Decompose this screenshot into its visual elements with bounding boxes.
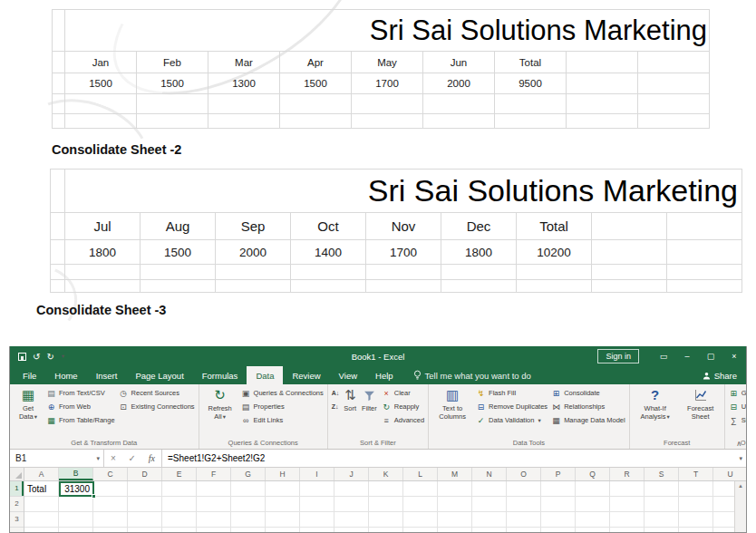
advanced-filter-button[interactable]: ≡Advanced [380,414,426,426]
reapply-button[interactable]: ↻Reapply [380,401,426,412]
from-text-csv-button[interactable]: ▤From Text/CSV [44,387,117,399]
column-header[interactable]: R [610,468,645,480]
formula-bar-expand-icon[interactable]: ▾ [739,450,742,467]
group-button[interactable]: ⊞Group▾ [727,387,746,399]
cell-B1-selected[interactable]: 31300 [59,481,94,497]
edit-links-button[interactable]: ∞Edit Links [239,414,325,426]
text-to-columns-button[interactable]: ▥ Text to Columns [431,385,474,421]
relationships-button[interactable]: ⋈Relationships [549,401,627,412]
minimize-icon[interactable]: – [675,346,699,366]
column-header[interactable]: M [438,468,472,480]
column-header[interactable]: P [541,468,576,480]
flash-fill-button[interactable]: ↯Flash Fill [474,387,549,399]
sign-in-button[interactable]: Sign in [597,349,639,363]
column-header[interactable]: F [197,468,231,480]
fill-handle[interactable] [92,494,96,499]
cancel-icon[interactable]: × [111,453,116,463]
column-header[interactable]: B [59,468,93,480]
ribbon-display-options-icon[interactable]: ▭ [652,346,675,366]
subtotal-button[interactable]: ∑Subtotal [727,414,746,426]
column-header[interactable]: S [645,468,679,480]
scroll-up-icon[interactable]: ▲ [738,483,743,489]
enter-icon[interactable]: ✓ [129,453,136,463]
sheet2-value-cell: 10200 [517,240,592,265]
grid-cell [567,52,638,73]
sheet1-value-cell: 2000 [423,73,495,94]
column-header[interactable]: T [679,468,713,480]
forecast-sheet-button[interactable]: Forecast Sheet [679,385,722,421]
column-header[interactable]: H [266,468,300,480]
person-icon [703,372,711,380]
sheet2-month-header: Aug [141,213,216,240]
remove-duplicates-button[interactable]: ⊟Remove Duplicates [474,401,549,412]
row-header[interactable]: 3 [10,512,24,528]
properties-button[interactable]: ▤Properties [239,401,325,412]
column-header[interactable]: L [403,468,438,480]
tab-view[interactable]: View [330,366,366,384]
from-web-button[interactable]: ⊕From Web [44,401,117,412]
consolidate-button[interactable]: ⊞Consolidate [549,387,627,399]
collapse-ribbon-icon[interactable]: ∧ [736,440,741,448]
sort-button[interactable]: ⇅ Sort [341,385,359,412]
recent-sources-button[interactable]: ◷Recent Sources [117,387,197,399]
insert-function-icon[interactable]: fx [149,453,155,463]
select-all-corner[interactable] [10,468,24,480]
from-table-range-button[interactable]: ▦From Table/Range [44,414,117,426]
column-header[interactable]: Q [576,468,610,480]
maximize-icon[interactable]: ▢ [699,346,722,366]
tab-review[interactable]: Review [283,366,329,384]
tab-formulas[interactable]: Formulas [193,366,247,384]
row-header[interactable]: 2 [10,497,24,512]
tab-data[interactable]: Data [247,366,283,384]
column-header[interactable]: E [162,468,197,480]
close-icon[interactable]: × [722,346,746,366]
column-header[interactable]: N [472,468,507,480]
vertical-scrollbar[interactable]: ▲ [734,481,746,533]
column-header[interactable]: G [231,468,266,480]
column-header[interactable]: O [507,468,541,480]
manage-data-model-button[interactable]: ▦Manage Data Model [549,414,627,426]
cells-area[interactable]: Total 31300 [24,481,734,533]
what-if-analysis-button[interactable]: ? What-If Analysis▾ [632,385,679,421]
data-validation-button[interactable]: ✓Data Validation▾ [474,414,549,426]
formula-input[interactable]: =Sheet1!G2+Sheet2!G2 [162,450,746,467]
row-header[interactable]: 1 [10,481,24,497]
column-header[interactable]: D [128,468,162,480]
queries-connections-button[interactable]: ▣Queries & Connections [239,387,325,399]
column-header[interactable]: K [369,468,403,480]
column-header[interactable]: A [24,468,59,480]
table-icon: ▦ [46,416,56,425]
refresh-all-button[interactable]: ↻ Refresh All▾ [201,385,239,421]
column-header[interactable]: J [334,468,369,480]
sort-ascending-button[interactable]: A↓ [330,387,342,399]
tab-insert[interactable]: Insert [87,366,127,384]
get-data-button[interactable]: ▦ Get Data▾ [12,385,44,421]
data-validation-icon: ✓ [476,416,486,425]
tab-help[interactable]: Help [366,366,402,384]
forecast-chart-icon [694,387,707,403]
name-box[interactable]: B1 ▾ [10,450,104,467]
name-box-caret-icon[interactable]: ▾ [96,455,100,462]
filter-button[interactable]: Filter [359,385,380,412]
tab-file[interactable]: File [14,366,45,384]
column-header[interactable]: U [713,468,747,480]
tab-page-layout[interactable]: Page Layout [126,366,192,384]
remove-duplicates-icon: ⊟ [476,402,486,412]
tell-me-box[interactable]: Tell me what you want to do [413,366,531,384]
cell-A1[interactable]: Total [24,481,59,497]
save-icon[interactable] [18,353,26,361]
undo-icon[interactable]: ↺ [33,352,40,362]
column-header[interactable]: I [300,468,334,480]
tab-home[interactable]: Home [45,366,86,384]
qat-customize-icon[interactable]: ▾ [62,353,64,360]
sort-descending-button[interactable]: Z↓ [330,401,342,412]
redo-icon[interactable]: ↻ [46,352,53,362]
existing-connections-button[interactable]: ⊡Existing Connections [117,401,197,412]
column-header[interactable]: C [93,468,128,480]
column-header-row: ABCDEFGHIJKLMNOPQRSTU [10,468,746,481]
what-if-icon: ? [651,387,659,403]
share-button[interactable]: Share [703,366,737,384]
share-label: Share [714,371,737,381]
clear-filter-button[interactable]: ×Clear [380,387,426,399]
ungroup-button[interactable]: ⊟Ungroup▾ [727,401,746,412]
